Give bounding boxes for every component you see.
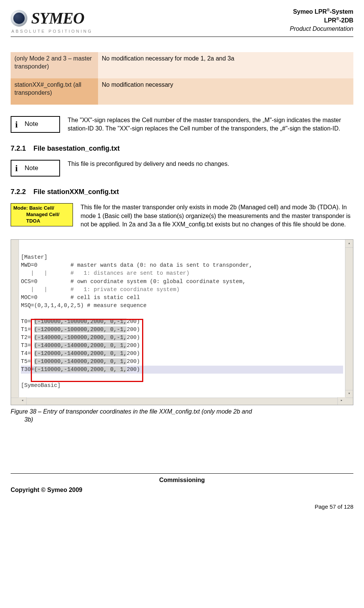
code-line: MWD=0 # master wants data (0: no data is… bbox=[21, 262, 252, 268]
sec-title: File basestation_config.txt bbox=[33, 145, 120, 152]
figure-caption: Figure 38 – Entry of transponder coordin… bbox=[11, 407, 353, 424]
code-line: T5= bbox=[21, 358, 34, 364]
config-table: (only Mode 2 and 3 – master transponder)… bbox=[11, 52, 353, 105]
code-sel: (-120000,-100000,2000, 0,-1, bbox=[34, 326, 127, 333]
cell-desc: No modification necessary for mode 1, 2a… bbox=[98, 52, 353, 78]
page-number: Page 57 of 128 bbox=[11, 503, 353, 511]
scroll-left-icon: ◂ bbox=[19, 397, 27, 405]
mode-line2: Managed Cell/ bbox=[26, 212, 70, 218]
note-badge: i Note bbox=[11, 160, 60, 177]
scrollbar-vertical bbox=[345, 240, 353, 404]
code-line: 200) bbox=[127, 326, 140, 333]
para-722: This file for the master transponder onl… bbox=[81, 203, 353, 229]
logo-text: SYMEO bbox=[31, 8, 84, 29]
hdr-line1a: Symeo LPR bbox=[293, 8, 327, 15]
logo-sphere-icon bbox=[11, 10, 27, 27]
code-line: | | # 1: private coordinate system) bbox=[21, 286, 180, 293]
cell-filename: (only Mode 2 and 3 – master transponder) bbox=[11, 52, 98, 78]
code-sel: (-100000,-140000,2000, 0, 1, bbox=[34, 358, 127, 364]
note-text: The "XX"-sign replaces the Cell number o… bbox=[68, 116, 353, 133]
note-block: i Note This file is preconfigured by del… bbox=[11, 160, 353, 177]
figcap-line1: Figure 38 – Entry of transponder coordin… bbox=[11, 408, 252, 415]
header-product-info: Symeo LPR®-System LPR®-2DB Product Docum… bbox=[290, 8, 353, 33]
editor-gutter bbox=[11, 240, 19, 404]
text-editor-screenshot: ▴ ▾ ◂ ▸ [Master] MWD=0 # master wants da… bbox=[11, 239, 353, 405]
note-block: i Note The "XX"-sign replaces the Cell n… bbox=[11, 116, 353, 133]
reg-mark-icon: ® bbox=[336, 17, 339, 21]
reg-mark-icon: ® bbox=[327, 8, 330, 12]
page-footer: Commissioning Copyright © Symeo 2009 Pag… bbox=[11, 473, 353, 511]
code-line: [SymeoBasic] bbox=[21, 382, 60, 388]
logo-tagline: ABSOLUTE POSITIONING bbox=[11, 29, 93, 34]
code-line: T3= bbox=[21, 342, 34, 349]
table-row: stationXX#_config.txt (all transponders)… bbox=[11, 78, 353, 105]
table-row: (only Mode 2 and 3 – master transponder)… bbox=[11, 52, 353, 78]
code-line: [Master] bbox=[21, 254, 47, 260]
code-sel: (-140000,-100000,2000, 0,-1, bbox=[34, 334, 127, 341]
cell-desc: No modification necessary bbox=[98, 78, 353, 105]
logo: SYMEO ABSOLUTE POSITIONING bbox=[11, 8, 93, 34]
code-line: MOC=0 # cell is static cell bbox=[21, 294, 140, 301]
hdr-line2b: -2DB bbox=[339, 17, 353, 24]
code-line: 200) bbox=[127, 334, 140, 341]
code-line: T30= bbox=[21, 366, 34, 372]
footer-section-title: Commissioning bbox=[11, 476, 353, 484]
code-line: T1= bbox=[21, 326, 34, 333]
section-heading-721: 7.2.1 File basestation_config.txt bbox=[11, 144, 353, 153]
mode-block: Mode: Basic Cell/ Managed Cell/ TDOA Thi… bbox=[11, 203, 353, 229]
code-sel: (-100000,-100000,2000, 0,-1, bbox=[34, 318, 127, 325]
figcap-line2: 3b) bbox=[24, 415, 353, 424]
page-header: SYMEO ABSOLUTE POSITIONING Symeo LPR®-Sy… bbox=[11, 8, 353, 37]
sec-title: File stationXXM_config.txt bbox=[33, 188, 119, 196]
info-icon: i bbox=[15, 118, 18, 131]
cell-filename: stationXX#_config.txt (all transponders) bbox=[11, 78, 98, 105]
code-line: 200) bbox=[127, 366, 140, 372]
code-line: 200) bbox=[127, 342, 140, 349]
code-line: T4= bbox=[21, 350, 34, 357]
code-line: | | # 1: distances are sent to master) bbox=[21, 270, 190, 276]
code-line: T0= bbox=[21, 318, 34, 325]
code-line: OCS=0 # own coordinate system (0: global… bbox=[21, 279, 246, 285]
note-badge: i Note bbox=[11, 116, 60, 133]
editor-content: [Master] MWD=0 # master wants data (0: n… bbox=[21, 253, 343, 389]
code-sel: (-110000,-140000,2000, 0, 1, bbox=[34, 366, 127, 372]
mode-line1: Mode: Basic Cell/ bbox=[13, 205, 54, 211]
section-heading-722: 7.2.2 File stationXXM_config.txt bbox=[11, 187, 353, 196]
mode-badge: Mode: Basic Cell/ Managed Cell/ TDOA bbox=[11, 203, 73, 226]
scrollbar-horizontal bbox=[11, 398, 353, 405]
code-line: MSQ=(0,3,1,4,0,2,5) # measure sequence bbox=[21, 302, 147, 309]
code-line: 200) bbox=[127, 358, 140, 364]
hdr-line1b: -System bbox=[330, 8, 353, 15]
hdr-line2a: LPR bbox=[324, 17, 336, 24]
scroll-up-icon: ▴ bbox=[345, 240, 353, 248]
info-icon: i bbox=[15, 162, 18, 174]
code-line: 200) bbox=[127, 318, 140, 325]
hdr-line3: Product Documentation bbox=[290, 25, 353, 33]
code-line: T2= bbox=[21, 334, 34, 341]
code-line: 200) bbox=[127, 350, 140, 357]
copyright: Copyright © Symeo 2009 bbox=[11, 486, 82, 494]
scroll-right-icon: ▸ bbox=[337, 397, 345, 405]
sec-num: 7.2.2 bbox=[11, 188, 26, 196]
code-sel: (-140000,-140000,2000, 0, 1, bbox=[34, 342, 127, 349]
scroll-down-icon: ▾ bbox=[345, 390, 353, 398]
note-text: This file is preconfigured by delivery a… bbox=[68, 160, 229, 168]
sec-num: 7.2.1 bbox=[11, 145, 26, 152]
note-label: Note bbox=[25, 164, 38, 173]
mode-line3: TDOA bbox=[26, 218, 70, 224]
code-sel: (-120000,-140000,2000, 0, 1, bbox=[34, 350, 127, 357]
note-label: Note bbox=[25, 120, 38, 129]
